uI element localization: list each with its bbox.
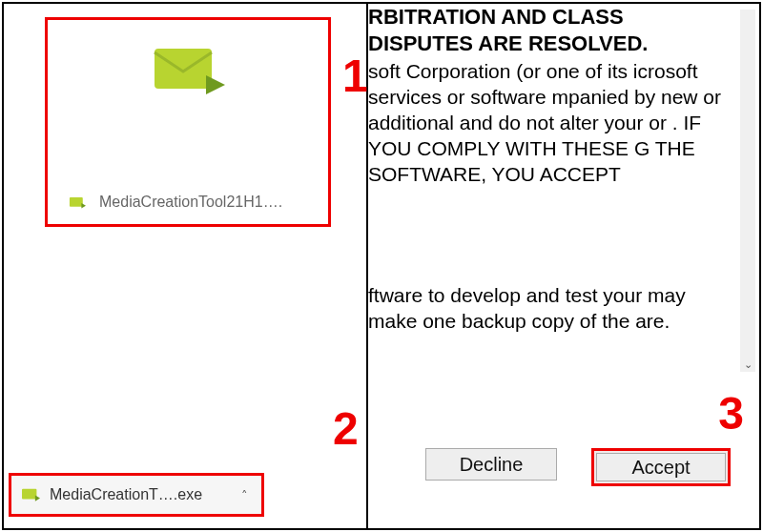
download-filename: MediaCreationT….exe (50, 486, 227, 503)
license-paragraph-2: ftware to develop and test your may make… (368, 283, 731, 335)
decline-button[interactable]: Decline (425, 448, 557, 481)
download-tile[interactable]: MediaCreationTool21H1…. (45, 17, 331, 227)
mail-send-icon (69, 196, 86, 209)
scrollbar-track[interactable] (740, 10, 755, 372)
mail-send-icon (21, 487, 40, 502)
mail-send-icon (151, 45, 225, 98)
license-paragraph-1: soft Corporation (or one of its icrosoft… (368, 59, 731, 187)
annotation-1: 1 (342, 53, 368, 99)
license-heading: RBITRATION AND CLASS DISPUTES ARE RESOLV… (368, 4, 731, 57)
license-text: RBITRATION AND CLASS DISPUTES ARE RESOLV… (368, 4, 731, 334)
scrollbar-down-icon[interactable]: ⌄ (740, 357, 755, 372)
svg-rect-2 (22, 489, 36, 500)
svg-rect-1 (70, 196, 83, 206)
svg-rect-0 (155, 49, 212, 89)
annotation-2: 2 (333, 406, 359, 452)
tile-filename: MediaCreationTool21H1…. (99, 194, 282, 211)
chevron-up-icon[interactable]: ˄ (237, 488, 252, 502)
annotation-3: 3 (718, 391, 744, 437)
accept-button[interactable]: Accept (591, 448, 731, 486)
scrollbar[interactable]: ⌄ (740, 10, 755, 372)
download-bar[interactable]: MediaCreationT….exe ˄ (9, 473, 264, 517)
